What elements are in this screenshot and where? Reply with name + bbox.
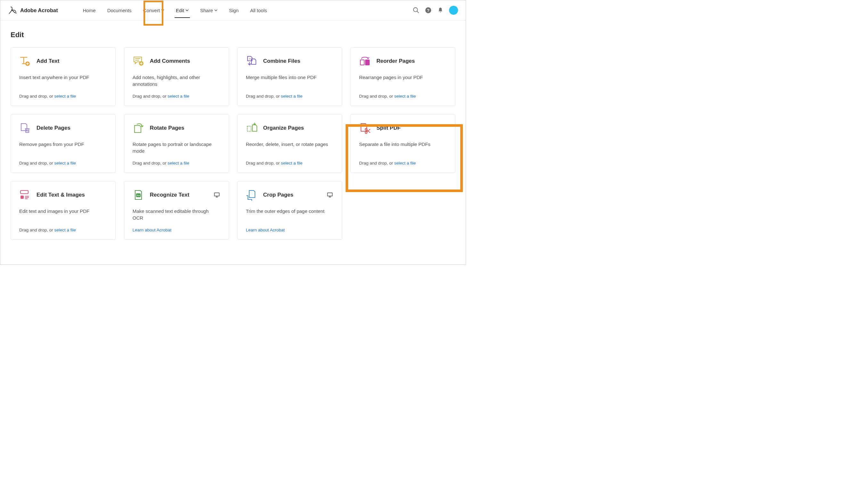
select-file-link[interactable]: select a file [394,94,416,99]
card-reorder-pages[interactable]: Reorder Pages Rearrange pages in your PD… [351,47,456,106]
select-file-link[interactable]: select a file [394,161,416,166]
nav-sign[interactable]: Sign [223,1,245,20]
crop-pages-icon [246,189,257,201]
card-desc: Reorder, delete, insert, or rotate pages [246,141,334,148]
select-file-link[interactable]: select a file [281,161,303,166]
bell-icon[interactable] [437,7,444,14]
svg-rect-10 [365,60,369,65]
card-recognize-text[interactable]: Aᴀ Recognize Text Make scanned text edit… [124,181,229,240]
header-right: ? [412,6,458,15]
card-desc: Make scanned text editable through OCR [133,208,220,221]
card-foot: Drag and drop, or select a file [19,221,107,232]
chevron-down-icon [161,9,164,12]
nav-share[interactable]: Share [194,1,223,20]
nav-documents[interactable]: Documents [102,1,137,20]
card-rotate-pages[interactable]: Rotate Pages Rotate pages to portrait or… [124,114,229,173]
learn-link[interactable]: Learn about Acrobat [246,228,285,232]
card-desc: Trim the outer edges of page content [246,208,334,214]
combine-files-icon: A [246,56,257,67]
card-title: Delete Pages [37,125,70,131]
card-title: Reorder Pages [376,58,415,64]
nav-edit[interactable]: Edit [170,1,194,20]
chevron-down-icon [186,9,189,12]
card-foot: Drag and drop, or select a file [246,87,334,99]
search-icon[interactable] [412,7,420,14]
card-edit-text-images[interactable]: Edit Text & Images Edit text and images … [10,181,115,240]
card-crop-pages[interactable]: Crop Pages Trim the outer edges of page … [237,181,342,240]
svg-rect-18 [21,191,28,194]
card-foot: Drag and drop, or select a file [133,87,220,99]
card-add-text[interactable]: Add Text Insert text anywhere in your PD… [10,47,115,106]
card-desc: Merge multiple files into one PDF [246,74,334,81]
delete-pages-icon [19,122,31,134]
card-delete-pages[interactable]: Delete Pages Remove pages from your PDF … [10,114,115,173]
card-desc: Remove pages from your PDF [19,141,107,148]
svg-text:Aᴀ: Aᴀ [137,194,140,197]
add-comments-icon [133,56,144,67]
card-foot: Learn about Acrobat [133,221,220,232]
card-title: Combine Files [263,58,300,64]
logo-block: Adobe Acrobat [8,6,58,15]
card-title: Add Comments [150,58,190,64]
card-title: Crop Pages [263,192,293,198]
add-text-icon [19,56,31,67]
card-desc: Insert text anywhere in your PDF [19,74,107,81]
rotate-pages-icon [133,122,144,134]
card-title: Add Text [37,58,59,64]
card-foot: Drag and drop, or select a file [359,87,447,99]
split-pdf-icon [359,122,371,134]
nav-convert[interactable]: Convert [137,1,170,20]
select-file-link[interactable]: select a file [55,94,76,99]
acrobat-logo-icon [8,6,17,15]
card-title: Organize Pages [263,125,304,131]
card-foot: Drag and drop, or select a file [133,154,220,166]
select-file-link[interactable]: select a file [281,94,303,99]
svg-text:?: ? [427,8,429,13]
card-desc: Add notes, highlights, and other annotat… [133,74,220,87]
svg-rect-19 [21,196,24,199]
card-title: Edit Text & Images [37,192,85,198]
card-desc: Separate a file into multiple PDFs [359,141,447,148]
svg-rect-25 [214,193,219,196]
app-name: Adobe Acrobat [20,7,58,14]
card-desc: Rotate pages to portrait or landscape mo… [133,141,220,154]
nav-all-tools[interactable]: All tools [245,1,273,20]
card-title: Rotate Pages [150,125,185,131]
main-nav: Home Documents Convert Edit Share Sign A… [77,1,273,20]
chevron-down-icon [214,9,217,12]
select-file-link[interactable]: select a file [55,161,76,166]
card-foot: Learn about Acrobat [246,221,334,232]
tool-grid: Add Text Insert text anywhere in your PD… [10,47,456,240]
svg-rect-9 [360,60,364,65]
card-add-comments[interactable]: Add Comments Add notes, highlights, and … [124,47,229,106]
card-combine-files[interactable]: A Combine Files Merge multiple files int… [237,47,342,106]
select-file-link[interactable]: select a file [55,228,76,232]
header: Adobe Acrobat Home Documents Convert Edi… [0,0,466,21]
content: Edit Add Text Insert text anywhere in yo… [0,21,466,250]
card-organize-pages[interactable]: Organize Pages Reorder, delete, insert, … [237,114,342,173]
edit-text-images-icon [19,189,31,201]
card-foot: Drag and drop, or select a file [19,154,107,166]
select-file-link[interactable]: select a file [168,161,189,166]
card-foot: Drag and drop, or select a file [359,154,447,166]
card-desc: Rearrange pages in your PDF [359,74,447,81]
nav-home[interactable]: Home [77,1,102,20]
page-title: Edit [10,31,456,39]
card-title: Split PDF [376,125,401,131]
help-icon[interactable]: ? [425,7,432,14]
organize-pages-icon [246,122,257,134]
card-title: Recognize Text [150,192,189,198]
desktop-icon [213,192,220,198]
desktop-icon [326,192,334,198]
svg-rect-15 [247,126,251,131]
card-foot: Drag and drop, or select a file [19,87,107,99]
card-split-pdf[interactable]: Split PDF Separate a file into multiple … [351,114,456,173]
recognize-text-icon: Aᴀ [133,189,144,201]
card-desc: Edit text and images in your PDF [19,208,107,214]
avatar[interactable] [449,6,458,15]
svg-text:A: A [249,58,251,60]
select-file-link[interactable]: select a file [168,94,189,99]
svg-rect-28 [328,193,333,196]
learn-link[interactable]: Learn about Acrobat [133,228,172,232]
svg-line-1 [417,11,419,13]
